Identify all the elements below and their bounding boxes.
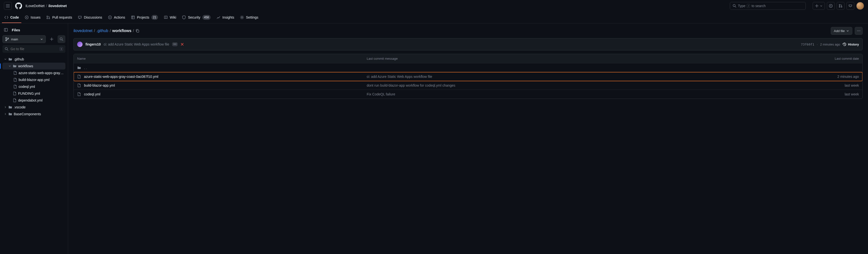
- folder-icon: [8, 112, 12, 116]
- file-tree: .github workflows azure-static-web-apps-…: [2, 56, 65, 118]
- file-filter-input[interactable]: [10, 47, 58, 51]
- issues-icon: [25, 15, 29, 19]
- chevron-down-icon: [4, 58, 7, 61]
- file-icon: [13, 92, 17, 95]
- file-name[interactable]: codeql.yml: [84, 92, 100, 96]
- file-name[interactable]: build-blazor-app.yml: [84, 84, 115, 87]
- tab-discussions[interactable]: Discussions: [75, 12, 104, 23]
- tree-file-azure[interactable]: azure-static-web-apps-gray-c...: [2, 69, 65, 76]
- tab-insights[interactable]: Insights: [214, 12, 237, 23]
- tab-issues[interactable]: Issues: [22, 12, 43, 23]
- copy-path-button[interactable]: [135, 29, 140, 33]
- file-commit-msg[interactable]: dont run build-blazor-app workflow for c…: [367, 84, 700, 87]
- actions-icon: [108, 15, 112, 19]
- insights-icon: [217, 15, 220, 19]
- add-file-sidebar-button[interactable]: [48, 35, 56, 43]
- file-name[interactable]: azure-static-web-apps-gray-coast-0ac087f…: [84, 75, 158, 78]
- chevron-right-icon: [4, 113, 7, 116]
- file-commit-msg[interactable]: Fix CodeQL failure: [367, 92, 700, 96]
- tree-label: dependabot.yml: [18, 98, 42, 102]
- commit-message[interactable]: ci: add Azure Static Web Apps workflow f…: [103, 42, 169, 46]
- file-icon: [13, 71, 17, 75]
- history-button[interactable]: History: [842, 42, 859, 46]
- file-commit-date: last week: [700, 92, 859, 96]
- tab-security[interactable]: Security 458: [180, 12, 213, 23]
- file-icon: [77, 75, 81, 78]
- commit-hash[interactable]: 73f60f1: [801, 42, 814, 46]
- tree-label: .github: [14, 57, 24, 61]
- file-row[interactable]: azure-static-web-apps-gray-coast-0ac087f…: [74, 72, 862, 81]
- search-key: /: [747, 4, 750, 8]
- file-row[interactable]: codeql.yml Fix CodeQL failure last week: [74, 90, 862, 99]
- branch-picker[interactable]: main: [2, 35, 46, 43]
- file-list: Name Last commit message Last commit dat…: [73, 54, 863, 99]
- more-button[interactable]: [855, 27, 863, 35]
- tab-projects[interactable]: Projects 21: [129, 12, 160, 23]
- tree-file-funding[interactable]: FUNDING.yml: [2, 90, 65, 97]
- search-sidebar-button[interactable]: [58, 35, 65, 43]
- search-suffix: to search: [751, 4, 766, 8]
- folder-open-icon: [13, 64, 17, 68]
- commit-author[interactable]: fingers10: [86, 42, 101, 46]
- tree-folder-github[interactable]: .github: [2, 56, 65, 63]
- repo-link[interactable]: ilovedotnet: [49, 4, 67, 8]
- file-icon: [13, 78, 17, 82]
- tab-pulls[interactable]: Pull requests: [44, 12, 74, 23]
- tab-settings[interactable]: Settings: [238, 12, 261, 23]
- chevron-right-icon: [4, 106, 7, 109]
- create-new-button[interactable]: [813, 2, 825, 10]
- tree-label: .vscode: [14, 105, 26, 109]
- tab-wiki-label: Wiki: [170, 15, 176, 19]
- tab-actions[interactable]: Actions: [105, 12, 128, 23]
- issues-global-button[interactable]: [827, 2, 835, 10]
- pulls-global-button[interactable]: [837, 2, 844, 10]
- owner-link[interactable]: ILoveDotNet: [26, 4, 44, 8]
- inbox-button[interactable]: [846, 2, 854, 10]
- folder-icon: [77, 66, 81, 70]
- breadcrumb-sep: /: [46, 4, 47, 8]
- tab-settings-label: Settings: [246, 15, 258, 19]
- file-tree-sidebar: Files main t .github w: [0, 24, 68, 254]
- tree-folder-vscode[interactable]: .vscode: [2, 104, 65, 110]
- user-avatar[interactable]: [856, 2, 864, 10]
- file-commit-date: last week: [700, 84, 859, 87]
- updir-label: . .: [84, 66, 87, 70]
- col-date: Last commit date: [700, 57, 859, 60]
- pulls-icon: [46, 15, 50, 19]
- branch-name: main: [11, 37, 38, 41]
- tree-folder-workflows[interactable]: workflows: [2, 63, 65, 69]
- file-commit-msg[interactable]: ci: add Azure Static Web Apps workflow f…: [367, 75, 700, 78]
- add-file-button[interactable]: Add file: [831, 27, 852, 35]
- file-row[interactable]: build-blazor-app.yml dont run build-blaz…: [74, 81, 862, 90]
- file-icon: [77, 84, 81, 87]
- collapse-sidebar-button[interactable]: [2, 26, 9, 33]
- tree-label: workflows: [18, 64, 33, 68]
- tree-file-build[interactable]: build-blazor-app.yml: [2, 76, 65, 83]
- tab-wiki[interactable]: Wiki: [161, 12, 179, 23]
- commit-avatar[interactable]: [77, 41, 83, 47]
- last-commit-bar: fingers10 ci: add Azure Static Web Apps …: [73, 38, 863, 51]
- tree-label: FUNDING.yml: [18, 92, 40, 95]
- github-logo-icon[interactable]: [15, 2, 22, 9]
- directory-content: ilovedotnet / .github / workflows / Add …: [68, 24, 868, 254]
- up-directory-row[interactable]: . .: [74, 63, 862, 72]
- global-header: ILoveDotNet / ilovedotnet Type / to sear…: [0, 0, 868, 12]
- expand-message-button[interactable]: •••: [172, 42, 178, 46]
- tree-file-dependabot[interactable]: dependabot.yml: [2, 97, 65, 104]
- file-commit-date: 2 minutes ago: [700, 75, 859, 78]
- file-filter[interactable]: t: [2, 45, 65, 53]
- projects-count: 21: [151, 15, 158, 20]
- breadcrumb-github[interactable]: .github: [96, 29, 108, 33]
- hamburger-button[interactable]: [4, 2, 12, 10]
- repo-breadcrumb: ILoveDotNet / ilovedotnet: [26, 4, 67, 8]
- breadcrumb-root[interactable]: ilovedotnet: [73, 29, 92, 33]
- tree-folder-basecomponents[interactable]: BaseComponents: [2, 110, 65, 118]
- breadcrumb-current: workflows: [112, 29, 131, 33]
- status-fail-icon[interactable]: [181, 42, 184, 46]
- tree-file-codeql[interactable]: codeql.yml: [2, 83, 65, 90]
- path-breadcrumb: ilovedotnet / .github / workflows /: [73, 29, 140, 33]
- tab-security-label: Security: [188, 15, 200, 19]
- file-icon: [13, 98, 17, 102]
- search-input[interactable]: Type / to search: [730, 2, 806, 10]
- tab-code[interactable]: Code: [2, 12, 21, 23]
